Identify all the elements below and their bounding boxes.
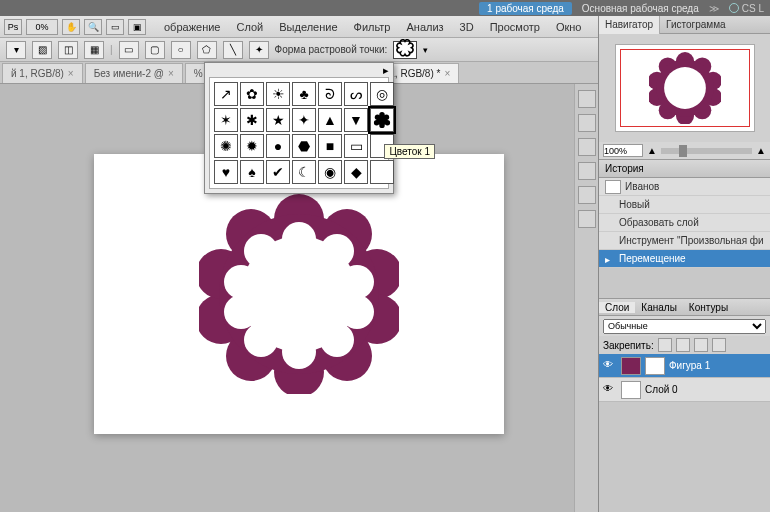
shape-cell[interactable] [370,160,394,184]
shape-cell-selected[interactable] [370,108,394,132]
panel-icon[interactable] [578,210,596,228]
shape-cell[interactable]: ᘐ [318,82,342,106]
menu-3d[interactable]: 3D [452,21,482,33]
layer-name[interactable]: Слой 0 [645,384,678,395]
layer-row[interactable]: 👁 ▭ Фигура 1 [599,354,770,378]
lock-pixels-icon[interactable] [676,338,690,352]
menu-image[interactable]: ображение [156,21,228,33]
zoom-field[interactable]: 0% [26,19,58,35]
tool-preset-icon[interactable]: ▾ [6,41,26,59]
tab-histogram[interactable]: Гистограмма [660,16,732,34]
rect-icon[interactable]: ▭ [119,41,139,59]
tab-layers[interactable]: Слои [599,302,635,313]
doc-tab-1[interactable]: Без имени-2 @× [85,63,183,83]
tab-channels[interactable]: Каналы [635,302,683,313]
paths-icon[interactable]: ◫ [58,41,78,59]
menu-filter[interactable]: Фильтр [346,21,399,33]
shape-cell[interactable]: ᔕ [344,82,368,106]
app-icon[interactable]: Ps [4,19,22,35]
visibility-icon[interactable]: 👁 [603,383,617,397]
shape-cell[interactable]: ↗ [214,82,238,106]
zoom-input[interactable] [603,144,643,157]
menu-analysis[interactable]: Анализ [398,21,451,33]
shape-cell[interactable]: ▼ [344,108,368,132]
shape-cell[interactable]: ☀ [266,82,290,106]
shape-cell[interactable]: ◉ [318,160,342,184]
panel-icon[interactable] [578,138,596,156]
lock-position-icon[interactable] [694,338,708,352]
shape-cell[interactable]: ✺ [214,134,238,158]
navigator-preview[interactable] [599,34,770,142]
popup-menu-icon[interactable]: ▸ [383,64,389,77]
rrect-icon[interactable]: ▢ [145,41,165,59]
zoom-icon[interactable]: 🔍 [84,19,102,35]
history-step-current[interactable]: ▸Перемещение [599,250,770,268]
polygon-icon[interactable]: ⬠ [197,41,217,59]
workspace-button[interactable]: 1 рабочая среда [479,2,572,15]
zoom-slider[interactable] [661,148,752,154]
shape-cell[interactable]: ◆ [344,160,368,184]
hand-icon[interactable]: ✋ [62,19,80,35]
workspace-label[interactable]: Основная рабочая среда [582,3,699,14]
zoom-in-icon[interactable]: ▲ [756,145,766,156]
shape-cell[interactable]: ✿ [240,82,264,106]
custom-shape-icon[interactable]: ✦ [249,41,269,59]
close-icon[interactable]: × [68,68,74,79]
menu-layer[interactable]: Слой [228,21,271,33]
screen-mode-icon[interactable]: ▣ [128,19,146,35]
history-step[interactable]: Образовать слой [599,214,770,232]
tab-navigator[interactable]: Навигатор [599,16,660,34]
history-step[interactable]: Новый [599,196,770,214]
shape-cell[interactable]: ♣ [292,82,316,106]
shape-layers-icon[interactable]: ▧ [32,41,52,59]
chevron-right-icon[interactable]: ≫ [709,3,719,14]
line-icon[interactable]: ╲ [223,41,243,59]
flower-shape[interactable] [199,194,399,394]
shape-cell[interactable]: ✱ [240,108,264,132]
shape-cell[interactable]: ✦ [292,108,316,132]
layer-row[interactable]: 👁 Слой 0 [599,378,770,402]
shape-cell[interactable]: ☾ [292,160,316,184]
layer-name[interactable]: Фигура 1 [669,360,710,371]
history-step[interactable]: Инструмент "Произвольная фи [599,232,770,250]
shape-cell[interactable]: ● [266,134,290,158]
shape-cell[interactable]: ▲ [318,108,342,132]
panel-icon[interactable] [578,162,596,180]
visibility-icon[interactable]: 👁 [603,359,617,373]
cs-live-label[interactable]: CS L [729,3,764,14]
canvas[interactable] [94,154,504,434]
ellipse-icon[interactable]: ○ [171,41,191,59]
shape-cell[interactable]: ■ [318,134,342,158]
menu-view[interactable]: Просмотр [482,21,548,33]
menu-window[interactable]: Окно [548,21,590,33]
shape-cell[interactable]: ♥ [214,160,238,184]
shape-cell[interactable]: ★ [266,108,290,132]
lock-all-icon[interactable] [712,338,726,352]
shape-dropdown-icon[interactable]: ▾ [423,45,428,55]
shape-cell[interactable]: ▭ [344,134,368,158]
shape-cell[interactable]: ✔ [266,160,290,184]
panel-icon[interactable] [578,90,596,108]
history-tab[interactable]: История [605,163,644,174]
lock-transparent-icon[interactable] [658,338,672,352]
panel-icon[interactable] [578,114,596,132]
menu-select[interactable]: Выделение [271,21,345,33]
panel-icon[interactable] [578,186,596,204]
tab-paths[interactable]: Контуры [683,302,734,313]
raster-shape-label: Форма растровой точки: [275,44,388,55]
fill-pixels-icon[interactable]: ▦ [84,41,104,59]
shape-cell[interactable]: ✹ [240,134,264,158]
doc-tab-0[interactable]: й 1, RGB/8)× [2,63,83,83]
history-snapshot[interactable]: Иванов [599,178,770,196]
close-icon[interactable]: × [168,68,174,79]
shape-cell[interactable]: ◎ [370,82,394,106]
view-icon[interactable]: ▭ [106,19,124,35]
shape-cell[interactable]: ⬣ [292,134,316,158]
blend-mode-select[interactable]: Обычные [603,319,766,334]
shape-cell[interactable]: ♠ [240,160,264,184]
current-shape-picker[interactable] [393,41,417,59]
layer-mask-thumb[interactable]: ▭ [645,357,665,375]
close-icon[interactable]: × [444,68,450,79]
zoom-out-icon[interactable]: ▲ [647,145,657,156]
shape-cell[interactable]: ✶ [214,108,238,132]
